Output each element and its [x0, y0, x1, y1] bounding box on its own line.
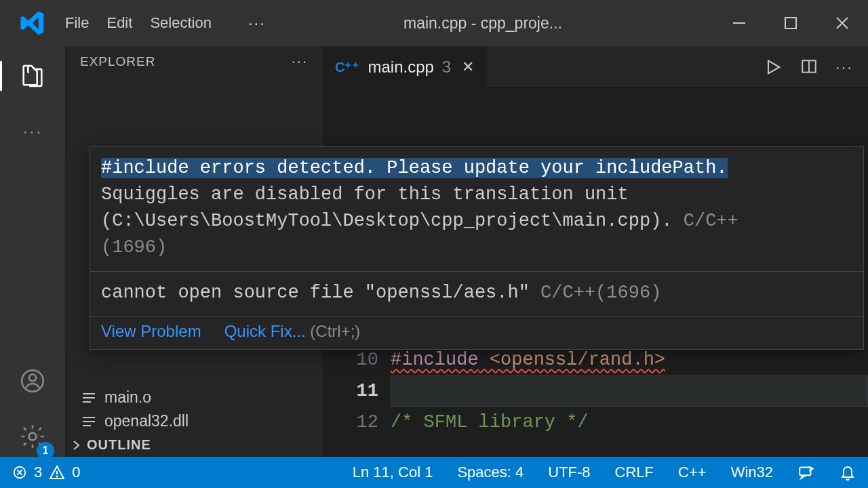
menu-file[interactable]: File [65, 14, 89, 32]
file-item[interactable]: openal32.dll [65, 409, 323, 433]
svg-rect-10 [800, 467, 810, 475]
activity-explorer[interactable] [0, 56, 65, 96]
line-number-current: 11 [323, 375, 378, 407]
problem-hover-popup: #include errors detected. Please update … [90, 146, 864, 350]
status-encoding[interactable]: UTF-8 [536, 457, 602, 488]
activity-account-icon[interactable] [0, 361, 65, 401]
svg-point-3 [29, 374, 36, 381]
editor-actions: ··· [764, 58, 868, 77]
view-problem-link[interactable]: View Problem [101, 322, 201, 341]
tab-main-cpp[interactable]: C⁺⁺ main.cpp 3 ✕ [323, 46, 486, 88]
warning-count: 0 [72, 464, 80, 481]
hover-text: cannot open source file "openssl/aes.h" [101, 283, 530, 303]
lines-icon [81, 414, 96, 429]
tab-close-icon[interactable]: ✕ [462, 58, 474, 76]
split-editor-icon[interactable] [800, 58, 818, 77]
status-bar: 3 0 Ln 11, Col 1 Spaces: 4 UTF-8 CRLF C+… [0, 457, 868, 488]
menu-bar: File Edit Selection ··· [65, 14, 266, 33]
hover-highlight-text: #include errors detected. Please update … [101, 158, 728, 178]
hover-source: C/C++ [673, 211, 738, 231]
hover-message-2: cannot open source file "openssl/aes.h" … [90, 271, 863, 316]
menu-selection[interactable]: Selection [150, 14, 212, 32]
status-target[interactable]: Win32 [719, 457, 785, 488]
explorer-more-icon[interactable]: ··· [292, 53, 308, 70]
code-line-current[interactable] [391, 375, 868, 407]
status-bell-icon[interactable] [827, 457, 868, 488]
svg-point-9 [57, 476, 58, 476]
vscode-logo-icon [0, 9, 65, 37]
explorer-title: EXPLORER [80, 54, 155, 69]
hover-text: (C:\Users\BoostMyTool\Desktop\cpp_projec… [101, 211, 673, 231]
svg-rect-1 [785, 18, 796, 28]
main-area: ··· 1 EXPLORER ··· main.o openal32.dll [0, 46, 868, 457]
file-item[interactable]: main.o [65, 386, 323, 409]
hover-message-1: #include errors detected. Please update … [90, 147, 863, 271]
hover-text: Squiggles are disabled for this translat… [101, 184, 629, 205]
status-indent[interactable]: Spaces: 4 [445, 457, 536, 488]
status-problems[interactable]: 3 0 [0, 457, 93, 488]
hover-code: (1696) [101, 237, 167, 258]
line-number: 12 [323, 407, 378, 438]
svg-rect-0 [733, 22, 745, 24]
code-line[interactable]: /* SFML library */ [391, 407, 868, 438]
tab-filename: main.cpp [368, 58, 433, 77]
close-button[interactable] [816, 0, 868, 46]
hover-actions: View Problem Quick Fix... (Ctrl+;) [90, 316, 863, 349]
menu-edit[interactable]: Edit [106, 14, 132, 32]
editor-more-icon[interactable]: ··· [835, 58, 853, 77]
status-language[interactable]: C++ [666, 457, 719, 488]
svg-point-4 [29, 433, 37, 441]
settings-badge: 1 [37, 442, 54, 457]
tab-error-count: 3 [442, 58, 451, 77]
tab-bar: C⁺⁺ main.cpp 3 ✕ ··· [323, 46, 868, 88]
outline-section[interactable]: OUTLINE [65, 433, 323, 457]
outline-label: OUTLINE [87, 437, 151, 453]
error-icon [12, 465, 27, 480]
run-icon[interactable] [764, 58, 783, 77]
cpp-file-icon: C⁺⁺ [335, 59, 359, 75]
status-feedback-icon[interactable] [785, 457, 827, 488]
file-name: main.o [104, 388, 151, 407]
file-name: openal32.dll [104, 412, 189, 430]
activity-bar: ··· 1 [0, 46, 65, 457]
lines-icon [81, 390, 96, 405]
window-controls [713, 0, 868, 46]
hover-source: C/C++(1696) [530, 283, 661, 303]
error-count: 3 [34, 464, 42, 481]
chevron-right-icon [71, 439, 83, 451]
minimize-button[interactable] [713, 0, 765, 46]
window-title: main.cpp - cpp_proje... [252, 14, 713, 33]
file-list: main.o openal32.dll [65, 379, 323, 433]
title-bar: File Edit Selection ··· main.cpp - cpp_p… [0, 0, 868, 46]
activity-settings-icon[interactable]: 1 [0, 416, 65, 457]
quick-fix-link[interactable]: Quick Fix... (Ctrl+;) [224, 322, 361, 341]
warning-icon [49, 464, 65, 481]
status-eol[interactable]: CRLF [603, 457, 666, 488]
activity-overflow[interactable]: ··· [0, 111, 65, 152]
maximize-button[interactable] [765, 0, 816, 46]
status-cursor-position[interactable]: Ln 11, Col 1 [340, 457, 446, 488]
